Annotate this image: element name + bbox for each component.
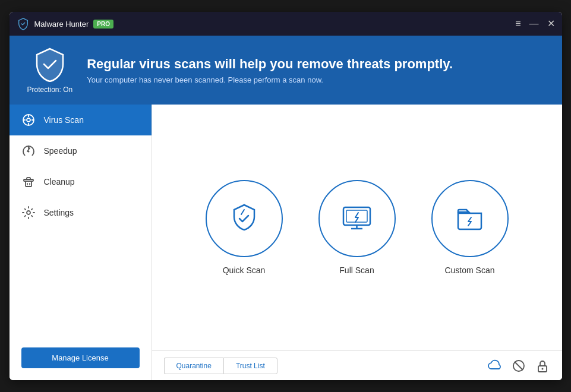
sidebar-item-settings[interactable]: Settings	[10, 197, 152, 228]
settings-icon	[21, 206, 36, 220]
app-logo-icon	[17, 17, 30, 30]
shield-check-icon	[32, 46, 68, 82]
sidebar-item-speedup[interactable]: Speedup	[10, 135, 152, 166]
svg-line-21	[515, 362, 523, 370]
svg-rect-9	[26, 181, 31, 186]
trust-list-tab[interactable]: Trust List	[223, 358, 277, 374]
lock-icon[interactable]	[535, 358, 550, 374]
full-scan-icon	[335, 197, 379, 241]
header-text: Regular virus scans will help you remove…	[87, 56, 453, 84]
custom-scan-icon	[447, 197, 492, 241]
sidebar-item-virus-scan[interactable]: Virus Scan	[10, 105, 152, 135]
pro-badge: PRO	[93, 20, 113, 29]
window-controls: ≡ — ✕	[515, 19, 554, 29]
scan-options-area: Quick Scan	[152, 105, 562, 350]
title-bar-left: Malware Hunter PRO	[17, 17, 516, 30]
minimize-icon[interactable]: —	[529, 19, 539, 29]
footer-icons	[487, 358, 550, 374]
content-area: Quick Scan	[152, 105, 562, 380]
title-bar: Malware Hunter PRO ≡ — ✕	[10, 12, 562, 36]
cleanup-icon	[21, 175, 36, 189]
main-window: Malware Hunter PRO ≡ — ✕ Protection: On …	[10, 12, 562, 380]
svg-point-15	[27, 211, 30, 214]
header: Protection: On Regular virus scans will …	[10, 36, 562, 105]
sidebar: Virus Scan Speedup	[10, 105, 152, 380]
main-content: Virus Scan Speedup	[10, 105, 562, 380]
footer: Quarantine Trust List	[152, 350, 562, 380]
sidebar-speedup-label: Speedup	[44, 146, 77, 156]
custom-scan-circle	[431, 180, 509, 257]
full-scan-label: Full Scan	[339, 265, 374, 275]
quick-scan-option[interactable]: Quick Scan	[206, 180, 283, 275]
sidebar-virus-scan-label: Virus Scan	[44, 115, 84, 125]
protection-status: Protection: On	[27, 86, 73, 94]
custom-scan-option[interactable]: Custom Scan	[431, 180, 509, 275]
speedup-icon	[21, 144, 36, 158]
manage-license-button[interactable]: Manage License	[21, 347, 140, 368]
sidebar-spacer	[10, 228, 152, 336]
shield-off-icon[interactable]	[511, 358, 526, 374]
svg-point-7	[27, 151, 29, 153]
header-shield-area: Protection: On	[27, 46, 73, 94]
menu-icon[interactable]: ≡	[515, 19, 520, 29]
header-headline: Regular virus scans will help you remove…	[87, 56, 453, 72]
quick-scan-icon	[223, 198, 265, 239]
svg-point-23	[541, 368, 543, 369]
app-name-label: Malware Hunter	[34, 20, 89, 29]
svg-point-1	[27, 118, 30, 122]
close-icon[interactable]: ✕	[547, 19, 555, 29]
quick-scan-circle	[206, 180, 283, 257]
full-scan-circle	[318, 180, 396, 257]
quarantine-tab[interactable]: Quarantine	[164, 358, 223, 374]
sidebar-item-cleanup[interactable]: Cleanup	[10, 166, 152, 197]
quick-scan-label: Quick Scan	[223, 265, 266, 275]
header-subtext: Your computer has never been scanned. Pl…	[87, 75, 453, 84]
virus-scan-icon	[21, 113, 36, 127]
custom-scan-label: Custom Scan	[444, 265, 494, 275]
sidebar-settings-label: Settings	[44, 208, 74, 217]
cloud-icon[interactable]	[487, 358, 503, 374]
full-scan-option[interactable]: Full Scan	[318, 180, 396, 275]
sidebar-cleanup-label: Cleanup	[44, 177, 75, 186]
